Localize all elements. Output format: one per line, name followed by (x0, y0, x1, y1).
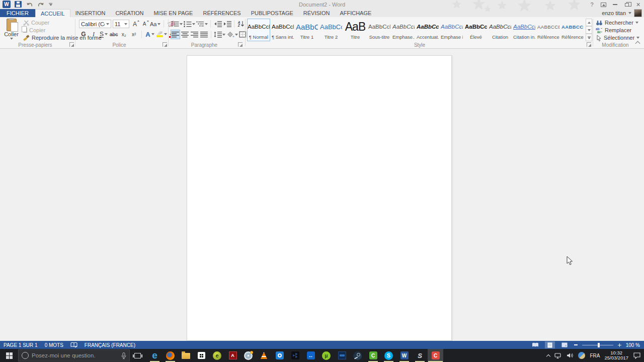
taskbar-file-explorer[interactable] (178, 349, 194, 362)
taskbar-firefox[interactable] (163, 349, 178, 362)
replace-button[interactable]: abac Remplacer (596, 27, 631, 34)
language-tray-indicator[interactable]: FRA (590, 353, 600, 358)
speaker-icon[interactable] (567, 352, 574, 358)
taskbar-edge[interactable]: e (147, 349, 163, 362)
find-button[interactable]: Rechercher (596, 19, 638, 26)
cortana-search-box[interactable] (18, 349, 130, 361)
justify-button[interactable] (200, 30, 208, 39)
font-size-select[interactable]: 11 (113, 20, 129, 28)
ribbon-display-options-button[interactable] (598, 0, 609, 9)
grow-font-button[interactable]: A (131, 20, 139, 28)
help-button[interactable]: ? (586, 0, 598, 9)
font-dialog-launcher[interactable] (163, 42, 167, 47)
word-count[interactable]: 0 MOTS (45, 342, 63, 348)
increase-indent-button[interactable] (223, 20, 231, 28)
subscript-button[interactable]: x₂ (120, 30, 128, 38)
tab-affichage[interactable]: AFFICHAGE (335, 9, 376, 17)
read-mode-button[interactable] (530, 341, 540, 348)
network-icon[interactable] (554, 352, 562, 359)
decrease-indent-button[interactable] (213, 20, 222, 28)
style-accentuation[interactable]: AaBbCcDtAccentuat... (416, 19, 439, 41)
zoom-out-button[interactable] (574, 344, 578, 345)
clipboard-dialog-launcher[interactable] (69, 42, 74, 47)
align-center-button[interactable] (181, 30, 189, 39)
restore-button[interactable] (621, 0, 632, 9)
style-emphase-intense[interactable]: AaBbCcDtEmphase i... (440, 19, 463, 41)
zoom-level[interactable]: 100 % (626, 342, 640, 348)
strikethrough-button[interactable]: abc (110, 30, 118, 38)
bullet-list-button[interactable] (171, 20, 183, 28)
gallery-scroll-up-button[interactable] (586, 19, 592, 26)
style-titre[interactable]: AaBTitre (344, 19, 367, 41)
style-sans-interligne[interactable]: AaBbCcDc¶ Sans int... (271, 19, 294, 41)
taskbar-store[interactable] (194, 349, 209, 362)
taskbar-steam[interactable] (350, 349, 365, 362)
style-reference-discrete[interactable]: AABBCCDERéférence... (537, 19, 560, 41)
italic-button[interactable]: I (90, 30, 98, 38)
line-spacing-button[interactable] (214, 30, 225, 39)
sort-button[interactable]: AZ (237, 20, 246, 28)
taskbar-messenger[interactable] (272, 349, 287, 362)
taskbar-vlc[interactable] (256, 349, 272, 362)
tray-app-icon[interactable] (578, 352, 585, 359)
proofing-status[interactable] (70, 342, 77, 348)
taskbar-teamviewer[interactable]: ↔ (303, 349, 318, 362)
style-normal[interactable]: AaBbCcDc¶ Normal (247, 19, 270, 41)
taskbar-acrobat[interactable]: A (225, 349, 240, 362)
shrink-font-button[interactable]: A (140, 20, 148, 28)
language-indicator[interactable]: FRANÇAIS (FRANCE) (85, 342, 135, 348)
taskbar-camtasia[interactable]: C (365, 349, 381, 362)
microphone-icon[interactable] (121, 352, 126, 359)
gallery-more-button[interactable] (586, 34, 592, 41)
underline-button[interactable]: S (100, 30, 108, 38)
style-titre-1[interactable]: AaBbCcTitre 1 (295, 19, 318, 41)
close-button[interactable]: × (632, 0, 644, 9)
minimize-button[interactable] (609, 0, 621, 9)
avatar[interactable] (634, 9, 642, 17)
account-area[interactable]: enzo titan (602, 9, 644, 17)
taskbar-camtasia-recorder[interactable]: C (428, 349, 443, 362)
style-reference-intense[interactable]: AABBCCDERéférence... (561, 19, 584, 41)
tab-references[interactable]: RÉFÉRENCES (198, 9, 246, 17)
tab-accueil[interactable]: ACCUEIL (35, 9, 70, 17)
zoom-slider[interactable] (582, 345, 613, 345)
page-indicator[interactable]: PAGE 1 SUR 1 (4, 342, 38, 348)
web-layout-button[interactable] (559, 341, 570, 348)
style-eleve[interactable]: AaBbCcDcÉlevé (464, 19, 488, 41)
align-right-button[interactable] (190, 30, 199, 39)
tab-revision[interactable]: RÉVISION (298, 9, 335, 17)
font-family-select[interactable]: Calibri (Corp (79, 20, 111, 28)
cut-button[interactable]: Couper (23, 19, 49, 26)
save-button[interactable] (15, 1, 22, 8)
paste-button[interactable]: Coller (2, 19, 21, 43)
document-area[interactable] (0, 49, 644, 341)
superscript-button[interactable]: x² (130, 30, 138, 38)
numbered-list-button[interactable] (184, 20, 195, 28)
text-effects-button[interactable]: A (145, 30, 154, 38)
undo-button[interactable] (26, 1, 33, 8)
clock[interactable]: 10:32 25/03/2017 (604, 350, 628, 360)
tab-insertion[interactable]: INSERTION (70, 9, 111, 17)
style-citation-intense[interactable]: AaBbCcDtCitation in... (513, 19, 536, 41)
tab-fichier[interactable]: FICHIER (0, 9, 35, 17)
task-view-button[interactable] (130, 349, 145, 362)
highlight-color-button[interactable] (156, 30, 167, 38)
multilevel-list-button[interactable] (196, 20, 208, 28)
tab-mise-en-page[interactable]: MISE EN PAGE (148, 9, 198, 17)
taskbar-word[interactable]: W (396, 349, 412, 362)
style-citation[interactable]: AaBbCcDtCitation (489, 19, 512, 41)
style-dialog-launcher[interactable] (587, 42, 591, 47)
zoom-slider-thumb[interactable] (598, 343, 600, 347)
gallery-scroll-down-button[interactable] (586, 26, 592, 34)
customize-qat-button[interactable] (49, 3, 52, 6)
taskbar-skype[interactable]: S (381, 349, 396, 362)
taskbar-utorrent[interactable]: µ (318, 349, 334, 362)
copy-button[interactable]: Copier (23, 27, 45, 34)
taskbar-disc-burner[interactable] (240, 349, 256, 362)
start-button[interactable] (0, 349, 18, 362)
redo-button[interactable] (37, 1, 45, 8)
style-titre-2[interactable]: AaBbCcDTitre 2 (319, 19, 343, 41)
tab-publipostage[interactable]: PUBLIPOSTAGE (246, 9, 298, 17)
show-hidden-icons-button[interactable] (546, 354, 550, 358)
action-center-icon[interactable] (633, 352, 641, 359)
